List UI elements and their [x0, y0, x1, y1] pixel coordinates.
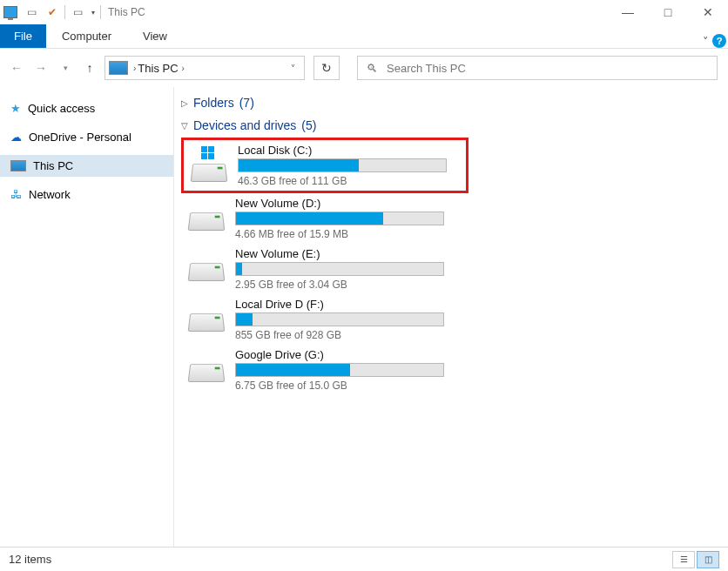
hdd-icon: [188, 313, 226, 332]
drive-name: New Volume (E:): [235, 247, 463, 260]
nav-back-button[interactable]: ←: [7, 58, 26, 77]
capacity-fill: [236, 364, 350, 376]
group-count: (7): [239, 96, 254, 110]
qat-separator: [64, 5, 65, 19]
breadcrumb-this-pc[interactable]: This PC: [138, 62, 178, 75]
nav-row: ← → ▾ ↑ › This PC › ˅ ↻ 🔍︎ Search This P…: [0, 49, 728, 87]
capacity-bar: [235, 262, 444, 276]
view-details-button[interactable]: ☰: [672, 551, 695, 568]
network-icon: 🖧: [10, 188, 22, 201]
sidebar-item-label: Network: [29, 188, 71, 201]
drive-list: Local Disk (C:)46.3 GB free of 111 GBNew…: [174, 138, 728, 395]
drive-info: Local Disk (C:)46.3 GB free of 111 GB: [238, 144, 461, 187]
qat-properties-icon[interactable]: ▭: [24, 5, 38, 19]
search-input[interactable]: 🔍︎ Search This PC: [357, 56, 718, 80]
group-label: Folders: [193, 96, 234, 110]
address-bar[interactable]: › This PC › ˅: [104, 56, 305, 80]
drive-icon: [186, 197, 226, 237]
capacity-bar: [238, 158, 447, 172]
address-pc-icon: [109, 61, 128, 75]
drive-icon: [189, 144, 229, 184]
close-button[interactable]: ✕: [688, 0, 728, 24]
navigation-pane: ★ Quick access ☁ OneDrive - Personal Thi…: [0, 87, 174, 547]
hdd-icon: [188, 263, 226, 281]
search-placeholder: Search This PC: [387, 62, 466, 75]
chevron-right-icon[interactable]: ›: [133, 64, 136, 73]
chevron-down-icon: ▽: [181, 121, 188, 131]
qat-newfolder-icon[interactable]: ▭: [71, 5, 84, 19]
capacity-fill: [236, 263, 242, 275]
drive-item[interactable]: Google Drive (G:)6.75 GB free of 15.0 GB: [181, 345, 468, 395]
chevron-right-icon: ▷: [181, 98, 188, 108]
qat-check-icon[interactable]: ✔: [45, 5, 59, 19]
drive-free-text: 46.3 GB free of 111 GB: [238, 175, 461, 187]
qat-dropdown-caret-icon[interactable]: ▾: [91, 9, 95, 17]
hdd-icon: [188, 212, 226, 231]
capacity-fill: [239, 159, 359, 171]
address-history-caret-icon[interactable]: ˅: [286, 64, 300, 73]
drive-info: Google Drive (G:)6.75 GB free of 15.0 GB: [235, 348, 463, 392]
drive-item[interactable]: Local Drive D (F:)855 GB free of 928 GB: [181, 294, 468, 345]
group-count: (5): [301, 118, 316, 132]
status-bar: 12 items ☰ ◫: [0, 547, 728, 571]
capacity-bar: [235, 312, 444, 326]
title-separator: [100, 5, 101, 19]
ribbon-collapse-caret-icon[interactable]: ˅: [703, 35, 709, 48]
drive-name: New Volume (D:): [235, 197, 463, 210]
group-folders[interactable]: ▷ Folders (7): [174, 92, 728, 115]
sidebar-item-label: OneDrive - Personal: [29, 131, 131, 144]
drive-name: Local Disk (C:): [238, 144, 461, 157]
app-icon: [3, 6, 17, 18]
drive-info: New Volume (E:)2.95 GB free of 3.04 GB: [235, 247, 463, 291]
drive-icon: [186, 298, 226, 338]
sidebar-item-onedrive[interactable]: ☁ OneDrive - Personal: [0, 126, 173, 148]
file-tab[interactable]: File: [0, 24, 46, 48]
tab-computer[interactable]: Computer: [46, 24, 127, 48]
maximize-button[interactable]: □: [648, 0, 688, 24]
cloud-icon: ☁: [10, 131, 22, 144]
view-tiles-button[interactable]: ◫: [697, 551, 719, 568]
content-pane: ▷ Folders (7) ▽ Devices and drives (5) L…: [174, 87, 728, 547]
drive-free-text: 6.75 GB free of 15.0 GB: [235, 380, 463, 392]
sidebar-item-network[interactable]: 🖧 Network: [0, 184, 173, 205]
ribbon: File Computer View ˅ ?: [0, 24, 728, 49]
refresh-button[interactable]: ↻: [313, 56, 340, 80]
nav-forward-button[interactable]: →: [31, 58, 51, 77]
tab-view[interactable]: View: [127, 24, 183, 48]
hdd-icon: [191, 164, 228, 182]
drive-item[interactable]: New Volume (E:)2.95 GB free of 3.04 GB: [181, 244, 468, 294]
drive-free-text: 4.66 MB free of 15.9 MB: [235, 228, 463, 240]
search-icon: 🔍︎: [367, 62, 378, 75]
group-label: Devices and drives: [193, 118, 296, 132]
hdd-icon: [188, 364, 226, 382]
group-devices-and-drives[interactable]: ▽ Devices and drives (5): [174, 115, 728, 138]
drive-item[interactable]: Local Disk (C:)46.3 GB free of 111 GB: [181, 138, 468, 193]
nav-up-button[interactable]: ↑: [80, 58, 99, 77]
capacity-fill: [236, 212, 383, 225]
sidebar-item-label: This PC: [33, 159, 73, 172]
minimize-button[interactable]: —: [608, 0, 648, 24]
drive-icon: [186, 348, 226, 388]
capacity-fill: [236, 313, 253, 326]
pc-icon: [10, 160, 26, 171]
chevron-right-icon[interactable]: ›: [182, 64, 185, 73]
drive-info: Local Drive D (F:)855 GB free of 928 GB: [235, 298, 463, 341]
drive-name: Google Drive (G:): [235, 348, 463, 361]
title-bar: ▭ ✔ ▭ ▾ This PC — □ ✕: [0, 0, 728, 24]
star-icon: ★: [10, 102, 21, 115]
sidebar-item-label: Quick access: [28, 102, 95, 115]
window-title: This PC: [108, 6, 145, 18]
drive-info: New Volume (D:)4.66 MB free of 15.9 MB: [235, 197, 463, 240]
sidebar-item-this-pc[interactable]: This PC: [0, 155, 173, 177]
windows-logo-icon: [201, 146, 214, 159]
drive-name: Local Drive D (F:): [235, 298, 463, 311]
status-items-count: 12 items: [9, 553, 51, 566]
capacity-bar: [235, 363, 444, 377]
nav-recent-caret-icon[interactable]: ▾: [56, 58, 75, 77]
help-icon[interactable]: ?: [712, 34, 726, 48]
drive-item[interactable]: New Volume (D:)4.66 MB free of 15.9 MB: [181, 193, 468, 244]
refresh-icon: ↻: [321, 61, 332, 75]
main-area: ★ Quick access ☁ OneDrive - Personal Thi…: [0, 87, 728, 547]
drive-free-text: 2.95 GB free of 3.04 GB: [235, 279, 463, 291]
sidebar-item-quick-access[interactable]: ★ Quick access: [0, 97, 173, 119]
